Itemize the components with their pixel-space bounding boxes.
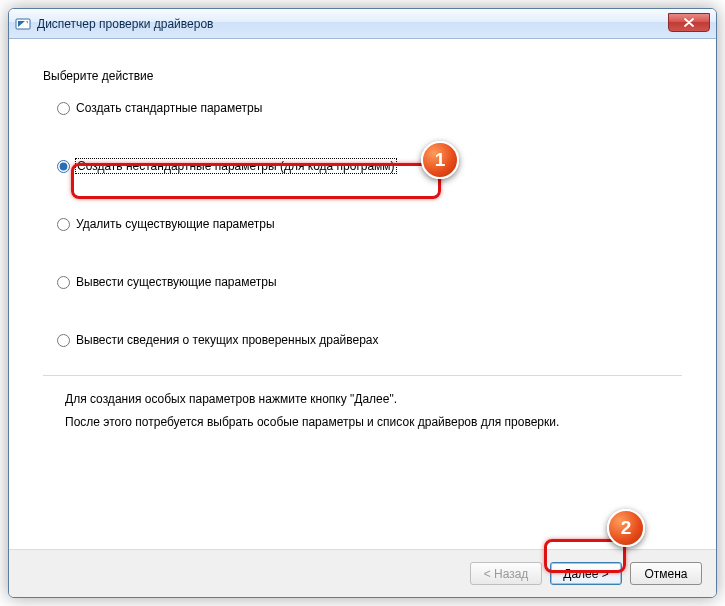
next-button[interactable]: Далее >	[550, 562, 622, 585]
radio-info-input[interactable]	[57, 334, 70, 347]
radio-option-info[interactable]: Вывести сведения о текущих проверенных д…	[43, 333, 682, 347]
radio-custom-input[interactable]	[57, 160, 70, 173]
radio-custom-label: Создать нестандартные параметры (для код…	[76, 159, 396, 173]
back-button: < Назад	[470, 562, 542, 585]
next-button-label: Далее >	[563, 567, 609, 581]
radio-option-delete[interactable]: Удалить существующие параметры	[43, 217, 682, 231]
radio-info-label: Вывести сведения о текущих проверенных д…	[76, 333, 379, 347]
button-bar: < Назад Далее > Отмена	[9, 549, 716, 597]
annotation-badge-2: 2	[607, 509, 645, 547]
back-button-label: < Назад	[484, 567, 529, 581]
dialog-window: Диспетчер проверки драйверов Выберите де…	[8, 8, 717, 598]
radio-option-display[interactable]: Вывести существующие параметры	[43, 275, 682, 289]
help-line-1: Для создания особых параметров нажмите к…	[65, 388, 682, 411]
radio-option-standard[interactable]: Создать стандартные параметры	[43, 101, 682, 115]
close-icon	[684, 16, 694, 30]
radio-display-input[interactable]	[57, 276, 70, 289]
radio-display-label: Вывести существующие параметры	[76, 275, 277, 289]
close-button[interactable]	[668, 13, 710, 32]
radio-delete-input[interactable]	[57, 218, 70, 231]
help-line-2: После этого потребуется выбрать особые п…	[65, 411, 682, 434]
cancel-button-label: Отмена	[644, 567, 687, 581]
help-text: Для создания особых параметров нажмите к…	[9, 376, 716, 434]
radio-standard-label: Создать стандартные параметры	[76, 101, 262, 115]
cancel-button[interactable]: Отмена	[630, 562, 702, 585]
window-title: Диспетчер проверки драйверов	[37, 17, 213, 31]
radio-delete-label: Удалить существующие параметры	[76, 217, 275, 231]
content-area: Выберите действие Создать стандартные па…	[9, 39, 716, 347]
radio-standard-input[interactable]	[57, 102, 70, 115]
radio-option-custom[interactable]: Создать нестандартные параметры (для код…	[43, 159, 682, 173]
titlebar[interactable]: Диспетчер проверки драйверов	[9, 9, 716, 39]
app-icon	[15, 16, 31, 32]
group-label: Выберите действие	[43, 69, 682, 83]
annotation-badge-1: 1	[421, 141, 459, 179]
